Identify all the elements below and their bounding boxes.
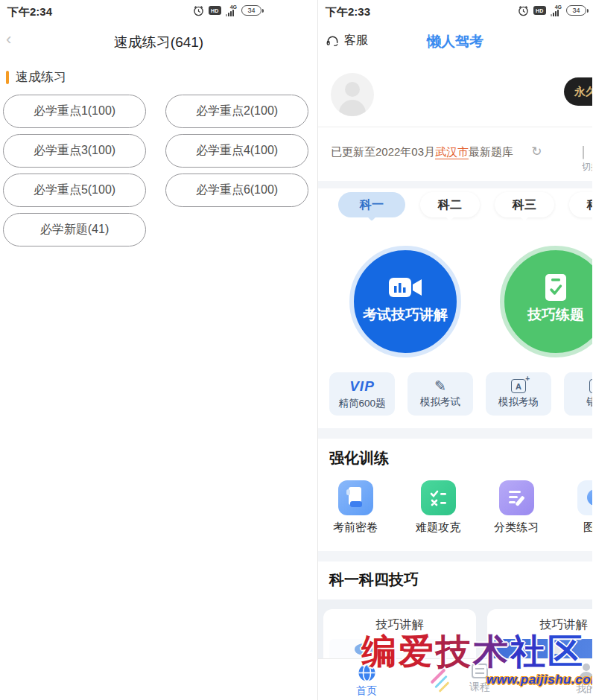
city-link[interactable]: 武汉市 [435, 145, 469, 159]
section-header: 速成练习 [6, 69, 66, 86]
app-title: 懒人驾考 [427, 32, 483, 51]
courses-icon [472, 664, 488, 678]
hard-questions-item[interactable]: 难题攻克 [407, 480, 469, 535]
alarm-icon [518, 5, 529, 16]
divider [318, 127, 592, 127]
signal-icon: 4G [226, 4, 237, 16]
practice-button-4[interactable]: 必学重点4(100) [165, 134, 308, 168]
customer-service-label: 客服 [344, 33, 368, 48]
switch-city-icon [583, 146, 584, 159]
video-camera-icon [388, 274, 422, 301]
section-separator [318, 551, 592, 561]
customer-service-button[interactable]: 客服 [326, 33, 368, 48]
update-prefix: 已更新至2022年03月 [331, 145, 435, 158]
app-header: 客服 懒人驾考 [318, 25, 592, 60]
refresh-icon[interactable]: ↻ [531, 144, 542, 159]
check-cross-list-icon [421, 480, 456, 515]
tab-subject1[interactable]: 科一 [338, 192, 405, 217]
hd-icon: HD [209, 6, 221, 15]
section-separator [318, 181, 592, 188]
note-pencil-icon [499, 480, 534, 515]
section-title: 速成练习 [16, 69, 66, 86]
page: 下午2:34 HD 4G 34 ‹ 速成练习(641) 速成练习 [0, 0, 593, 700]
exam-technique-video-button[interactable]: 考试技巧讲解 [349, 246, 461, 357]
orange-accent-bar [6, 71, 9, 84]
pencil-icon: ✎ [434, 379, 446, 393]
wrong-questions-card[interactable]: 错题 [564, 372, 592, 416]
vip-label: VIP [349, 378, 375, 395]
avatar[interactable] [331, 73, 374, 116]
switch-city-label: 切换 [582, 161, 592, 174]
person-icon [578, 664, 592, 680]
alarm-icon [193, 5, 204, 16]
exam-room-icon: A [511, 379, 526, 393]
update-suffix: 最新题库 [469, 145, 513, 158]
section-separator [318, 428, 592, 439]
status-bar: 下午2:33 HD 4G 34 [318, 0, 592, 22]
mock-exam-room-card[interactable]: A 模拟考场 [486, 372, 551, 416]
battery-icon: 34 [241, 5, 261, 16]
traffic-sign-icon [577, 480, 593, 515]
tab-subject4[interactable]: 科四 [569, 192, 592, 217]
practice-button-2[interactable]: 必学重点2(100) [165, 95, 308, 128]
home-screen: 下午2:33 HD 4G 34 [318, 0, 592, 700]
sign-memory-item[interactable]: 图标 [563, 480, 592, 535]
tab-subject3[interactable]: 科三 [495, 192, 554, 217]
clock-time: 下午2:33 [326, 5, 370, 19]
status-icons: HD 4G 34 [518, 4, 586, 16]
nav-home[interactable]: 首页 [344, 664, 389, 698]
practice-button-grid: 必学重点1(100) 必学重点2(100) 必学重点3(100) 必学重点4(1… [3, 95, 308, 246]
category-practice-item[interactable]: 分类练习 [485, 480, 548, 535]
practice-button-new[interactable]: 必学新题(41) [3, 213, 146, 246]
bottom-navigation: 首页 课程 我的 [318, 659, 592, 700]
hd-icon: HD [533, 6, 546, 15]
clock-time: 下午2:34 [7, 5, 52, 19]
technique-practice-label: 技巧练题 [527, 305, 584, 325]
headset-icon [326, 34, 340, 48]
practice-screen: 下午2:34 HD 4G 34 ‹ 速成练习(641) 速成练习 [0, 0, 318, 700]
tech-section-title: 科一科四技巧 [329, 570, 419, 590]
scroll-icon [338, 480, 373, 515]
technique-practice-button[interactable]: 技巧练题 [500, 246, 592, 357]
nav-courses[interactable]: 课程 [457, 664, 502, 694]
page-title: 速成练习(641) [0, 33, 317, 52]
status-icons: HD 4G 34 [193, 4, 261, 16]
practice-button-3[interactable]: 必学重点3(100) [3, 134, 146, 168]
practice-button-6[interactable]: 必学重点6(100) [165, 174, 308, 207]
checklist-icon [545, 274, 567, 301]
tab-subject2[interactable]: 科二 [420, 192, 480, 217]
tech-cards-area: 技巧讲解 技巧讲解 [318, 599, 592, 661]
exam-technique-label: 考试技巧讲解 [363, 305, 448, 325]
vip-600-questions-card[interactable]: VIP 精简600题 [329, 372, 395, 416]
wrong-book-icon [589, 379, 592, 393]
mock-exam-card[interactable]: ✎ 模拟考试 [408, 372, 473, 416]
switch-city-button[interactable]: 切换 [582, 146, 592, 174]
pre-exam-papers-item[interactable]: 考前密卷 [324, 480, 387, 535]
vip-badge[interactable]: 永久 [564, 77, 592, 106]
battery-icon: 34 [566, 5, 586, 16]
question-bank-update: 已更新至2022年03月武汉市最新题库 ↻ [331, 144, 542, 159]
practice-button-1[interactable]: 必学重点1(100) [3, 95, 146, 128]
strengthen-section-title: 强化训练 [329, 448, 389, 468]
nav-profile[interactable]: 我的 [564, 664, 592, 696]
signal-icon: 4G [551, 4, 562, 16]
practice-button-5[interactable]: 必学重点5(100) [3, 174, 146, 207]
globe-icon [358, 664, 376, 682]
title-bar: ‹ 速成练习(641) [0, 24, 317, 58]
status-bar: 下午2:34 HD 4G 34 [0, 0, 317, 22]
